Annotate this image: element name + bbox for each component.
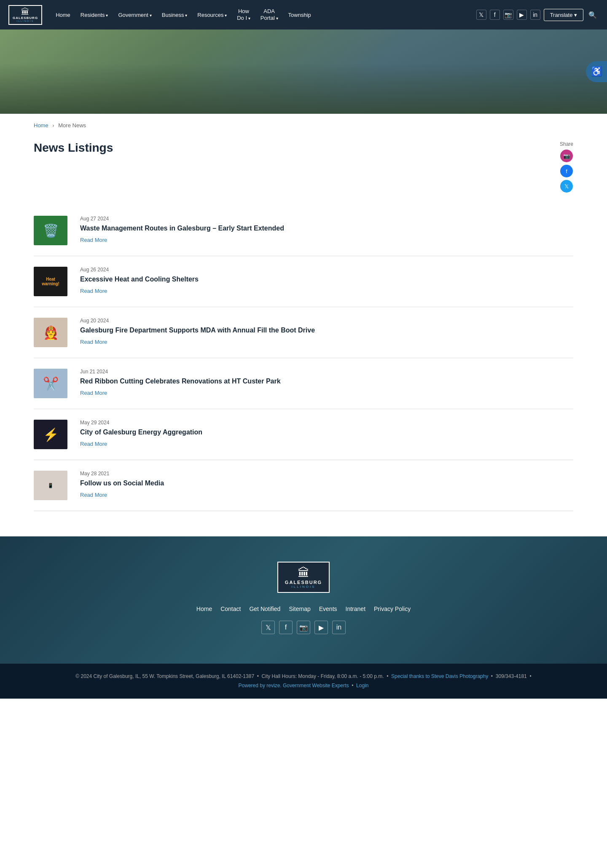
translate-button[interactable]: Translate ▾	[544, 9, 583, 21]
share-icons: 📷 f 𝕏	[560, 150, 573, 193]
facebook-icon[interactable]: f	[490, 10, 500, 20]
news-date: Aug 26 2024	[80, 267, 573, 273]
youtube-icon[interactable]: ▶	[517, 10, 527, 20]
powered-by-link[interactable]: Powered by revize. Government Website Ex…	[239, 683, 349, 689]
share-section: Share 📷 f 𝕏	[560, 141, 573, 193]
page-title: News Listings	[34, 141, 113, 155]
news-thumbnail: 🧑‍🚒	[34, 318, 67, 347]
nav-residents[interactable]: Residents	[75, 8, 113, 21]
share-facebook-icon[interactable]: f	[560, 165, 573, 177]
footer-nav-sitemap[interactable]: Sitemap	[289, 605, 310, 612]
news-title: Galesburg Fire Department Supports MDA w…	[80, 326, 573, 335]
footer-social: 𝕏 f 📷 ▶ in	[261, 621, 346, 634]
accessibility-icon: ♿	[591, 66, 602, 77]
logo-box: 🏛 GALESBURG ILLINOIS	[8, 5, 42, 25]
news-item: ⚡ May 29 2024 City of Galesburg Energy A…	[34, 409, 573, 460]
logo-text: GALESBURG	[13, 16, 38, 20]
hero-skyline	[0, 63, 607, 114]
footer-bottom-line1: © 2024 City of Galesburg, IL, 55 W. Tomp…	[8, 672, 599, 681]
nav-government[interactable]: Government	[113, 8, 156, 21]
breadcrumb-current: More News	[58, 122, 86, 129]
footer-nav-intranet[interactable]: Intranet	[346, 605, 365, 612]
news-content: May 28 2021 Follow us on Social Media Re…	[80, 471, 573, 498]
site-header: 🏛 GALESBURG ILLINOIS Home Residents Gove…	[0, 0, 607, 29]
news-list: 🗑️ Aug 27 2024 Waste Management Routes i…	[34, 205, 573, 511]
page-header: News Listings Share 📷 f 𝕏	[34, 141, 573, 193]
footer-nav: Home Contact Get Notified Sitemap Events…	[196, 605, 411, 612]
news-content: Jun 21 2024 Red Ribbon Cutting Celebrate…	[80, 369, 573, 396]
logo-subtext: ILLINOIS	[17, 20, 34, 22]
news-content: May 29 2024 City of Galesburg Energy Agg…	[80, 420, 573, 447]
footer-logo-box: 🏛 GALESBURG ILLINOIS	[277, 562, 330, 593]
news-item: Heat warning! Aug 26 2024 Excessive Heat…	[34, 256, 573, 307]
read-more-link[interactable]: Read More	[80, 390, 107, 396]
linkedin-icon[interactable]: in	[530, 10, 540, 20]
hours-text: City Hall Hours: Monday - Friday, 8:00 a…	[262, 673, 384, 679]
share-instagram-icon[interactable]: 📷	[560, 150, 573, 162]
footer-logo-building-icon: 🏛	[298, 566, 309, 580]
twitter-icon[interactable]: 𝕏	[476, 10, 486, 20]
footer-linkedin-icon[interactable]: in	[332, 621, 346, 634]
news-item: 🧑‍🚒 Aug 20 2024 Galesburg Fire Departmen…	[34, 307, 573, 358]
footer-bottom: © 2024 City of Galesburg, IL, 55 W. Tomp…	[0, 664, 607, 699]
nav-home[interactable]: Home	[51, 8, 75, 21]
logo-building-icon: 🏛	[21, 8, 30, 16]
login-link[interactable]: Login	[356, 683, 368, 689]
news-thumbnail: 🗑️	[34, 216, 67, 245]
news-item: 🗑️ Aug 27 2024 Waste Management Routes i…	[34, 205, 573, 256]
news-date: May 29 2024	[80, 420, 573, 426]
news-thumb-image: ✂️	[34, 369, 67, 398]
hero-banner: ♿	[0, 29, 607, 114]
nav-how-do-i[interactable]: HowDo I	[232, 5, 255, 24]
site-logo[interactable]: 🏛 GALESBURG ILLINOIS	[8, 5, 42, 25]
read-more-link[interactable]: Read More	[80, 441, 107, 447]
copyright-text: © 2024 City of Galesburg, IL, 55 W. Tomp…	[75, 673, 254, 679]
footer-nav-home[interactable]: Home	[196, 605, 212, 612]
news-date: Aug 20 2024	[80, 318, 573, 324]
news-date: Jun 21 2024	[80, 369, 573, 375]
share-twitter-icon[interactable]: 𝕏	[560, 180, 573, 193]
footer-instagram-icon[interactable]: 📷	[297, 621, 310, 634]
news-content: Aug 26 2024 Excessive Heat and Cooling S…	[80, 267, 573, 294]
news-thumbnail: 📱	[34, 471, 67, 500]
footer-youtube-icon[interactable]: ▶	[314, 621, 328, 634]
footer-nav-events[interactable]: Events	[319, 605, 337, 612]
footer-twitter-icon[interactable]: 𝕏	[261, 621, 275, 634]
news-date: Aug 27 2024	[80, 216, 573, 222]
footer-nav-get-notified[interactable]: Get Notified	[249, 605, 280, 612]
news-content: Aug 20 2024 Galesburg Fire Department Su…	[80, 318, 573, 345]
news-thumb-image: ⚡	[34, 420, 67, 449]
nav-ada-portal[interactable]: ADAPortal	[255, 5, 283, 24]
accessibility-button[interactable]: ♿	[586, 61, 607, 82]
footer-logo[interactable]: 🏛 GALESBURG ILLINOIS	[277, 562, 330, 593]
instagram-icon[interactable]: 📷	[503, 10, 513, 20]
footer-facebook-icon[interactable]: f	[279, 621, 293, 634]
footer-nav-contact[interactable]: Contact	[220, 605, 241, 612]
footer-logo-sub: ILLINOIS	[292, 585, 316, 589]
special-thanks-link[interactable]: Special thanks to Steve Davis Photograph…	[391, 673, 488, 679]
footer-bottom-line2: Powered by revize. Government Website Ex…	[8, 681, 599, 691]
news-title: Red Ribbon Cutting Celebrates Renovation…	[80, 377, 573, 386]
main-nav: Home Residents Government Business Resou…	[51, 5, 472, 24]
news-title: Waste Management Routes in Galesburg – E…	[80, 224, 573, 233]
news-thumbnail: ✂️	[34, 369, 67, 398]
breadcrumb-home[interactable]: Home	[34, 122, 48, 129]
read-more-link[interactable]: Read More	[80, 492, 107, 498]
news-item: ✂️ Jun 21 2024 Red Ribbon Cutting Celebr…	[34, 358, 573, 409]
news-title: City of Galesburg Energy Aggregation	[80, 428, 573, 437]
search-button[interactable]: 🔍	[587, 9, 599, 21]
news-title: Follow us on Social Media	[80, 479, 573, 488]
read-more-link[interactable]: Read More	[80, 237, 107, 243]
nav-township[interactable]: Township	[283, 8, 316, 21]
news-thumbnail: ⚡	[34, 420, 67, 449]
footer-nav-privacy[interactable]: Privacy Policy	[374, 605, 411, 612]
nav-business[interactable]: Business	[157, 8, 193, 21]
news-content: Aug 27 2024 Waste Management Routes in G…	[80, 216, 573, 243]
nav-resources[interactable]: Resources	[192, 8, 232, 21]
share-label: Share	[560, 141, 573, 147]
read-more-link[interactable]: Read More	[80, 339, 107, 345]
phone-text: 309/343-4181	[496, 673, 527, 679]
read-more-link[interactable]: Read More	[80, 288, 107, 294]
breadcrumb: Home › More News	[0, 114, 607, 137]
site-footer: 🏛 GALESBURG ILLINOIS Home Contact Get No…	[0, 536, 607, 664]
